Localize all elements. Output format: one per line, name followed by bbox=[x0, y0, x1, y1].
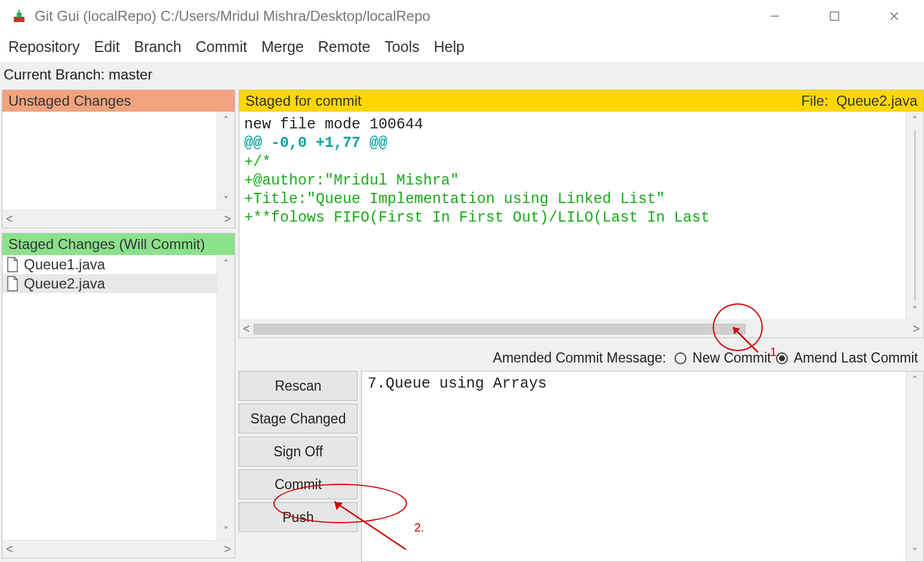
svg-rect-1 bbox=[17, 13, 21, 17]
staged-file-list[interactable]: Queue1.javaQueue2.java bbox=[2, 255, 217, 540]
scroll-down-icon[interactable]: ˅ bbox=[912, 302, 917, 320]
diff-line: +/* bbox=[244, 153, 903, 171]
commit-button[interactable]: Commit bbox=[239, 469, 358, 499]
unstaged-changes-panel: Unstaged Changes ˄ ˅ < > bbox=[2, 90, 235, 228]
scroll-left-icon[interactable]: < bbox=[6, 542, 13, 556]
scroll-up-icon[interactable]: ˄ bbox=[912, 371, 917, 389]
svg-rect-4 bbox=[830, 12, 839, 20]
diff-line: +@author:"Mridul Mishra" bbox=[244, 171, 903, 190]
scroll-down-icon[interactable]: ˅ bbox=[912, 543, 917, 561]
window-titlebar: Git Gui (localRepo) C:/Users/Mridul Mish… bbox=[0, 0, 924, 32]
new-commit-radio[interactable] bbox=[674, 352, 686, 364]
scroll-left-icon[interactable]: < bbox=[243, 322, 250, 336]
commit-button-column: Rescan Stage Changed Sign Off Commit Pus… bbox=[239, 371, 361, 562]
file-icon bbox=[6, 276, 19, 291]
menu-tools[interactable]: Tools bbox=[384, 38, 419, 56]
diff-line: new file mode 100644 bbox=[244, 115, 903, 134]
scroll-right-icon[interactable]: > bbox=[913, 322, 920, 336]
scroll-down-icon[interactable]: ˅ bbox=[223, 522, 229, 540]
git-gui-icon bbox=[12, 9, 26, 23]
diff-header-file: File: Queue2.java bbox=[801, 93, 917, 109]
commit-message-input[interactable]: 7.Queue using Arrays bbox=[362, 371, 905, 561]
menu-help[interactable]: Help bbox=[434, 38, 464, 56]
diff-line: @@ -0,0 +1,77 @@ bbox=[244, 134, 903, 152]
sign-off-button[interactable]: Sign Off bbox=[239, 437, 358, 466]
rescan-button[interactable]: Rescan bbox=[239, 371, 358, 401]
menu-repository[interactable]: Repository bbox=[8, 38, 80, 56]
svg-rect-2 bbox=[19, 10, 20, 13]
amend-last-commit-radio-label: Amend Last Commit bbox=[794, 350, 918, 366]
staged-header: Staged Changes (Will Commit) bbox=[2, 234, 235, 255]
diff-hscrollbar[interactable]: < > bbox=[239, 320, 923, 337]
scroll-thumb[interactable] bbox=[254, 324, 746, 334]
file-name: Queue1.java bbox=[24, 256, 105, 273]
push-button[interactable]: Push bbox=[239, 502, 358, 532]
window-title: Git Gui (localRepo) C:/Users/Mridul Mish… bbox=[35, 8, 430, 24]
commit-message-box: 7.Queue using Arrays ˄ ˅ bbox=[361, 371, 924, 562]
diff-header: Staged for commit File: Queue2.java bbox=[239, 90, 923, 112]
unstaged-hscrollbar[interactable]: < > bbox=[2, 210, 235, 228]
diff-panel: Staged for commit File: Queue2.java new … bbox=[239, 90, 924, 338]
menu-edit[interactable]: Edit bbox=[94, 38, 120, 56]
menu-branch[interactable]: Branch bbox=[134, 38, 181, 56]
scroll-right-icon[interactable]: > bbox=[224, 212, 231, 226]
annotation-label-1: 1. bbox=[770, 345, 780, 359]
staged-changes-panel: Staged Changes (Will Commit) Queue1.java… bbox=[2, 233, 235, 558]
scroll-up-icon[interactable]: ˄ bbox=[912, 112, 917, 130]
stage-changed-button[interactable]: Stage Changed bbox=[239, 404, 358, 434]
diff-line: +**folows FIFO(First In First Out)/LILO(… bbox=[244, 208, 903, 227]
unstaged-file-list[interactable] bbox=[2, 112, 217, 210]
commit-options-row: Amended Commit Message: New Commit Amend… bbox=[239, 348, 924, 371]
scroll-thumb[interactable] bbox=[914, 131, 916, 300]
close-window-button[interactable] bbox=[864, 0, 924, 32]
file-name: Queue2.java bbox=[24, 275, 105, 292]
scroll-down-icon[interactable]: ˅ bbox=[223, 192, 229, 210]
staged-hscrollbar[interactable]: < > bbox=[2, 540, 235, 558]
diff-view[interactable]: new file mode 100644@@ -0,0 +1,77 @@+/*+… bbox=[239, 112, 905, 320]
diff-header-title: Staged for commit bbox=[245, 93, 362, 109]
commit-options-label: Amended Commit Message: bbox=[493, 350, 666, 366]
staged-file-item[interactable]: Queue1.java bbox=[2, 255, 217, 274]
scroll-right-icon[interactable]: > bbox=[224, 542, 231, 556]
menu-merge[interactable]: Merge bbox=[261, 38, 304, 56]
unstaged-vscrollbar[interactable]: ˄ ˅ bbox=[217, 112, 235, 210]
annotation-label-2: 2. bbox=[414, 521, 424, 535]
scroll-up-icon[interactable]: ˄ bbox=[223, 255, 229, 273]
svg-rect-0 bbox=[14, 17, 24, 22]
staged-vscrollbar[interactable]: ˄ ˅ bbox=[217, 255, 235, 540]
commit-area: Amended Commit Message: New Commit Amend… bbox=[239, 338, 924, 562]
menu-bar: Repository Edit Branch Commit Merge Remo… bbox=[0, 32, 924, 62]
scroll-up-icon[interactable]: ˄ bbox=[223, 112, 229, 130]
file-icon bbox=[6, 257, 19, 272]
minimize-button[interactable] bbox=[745, 0, 805, 32]
unstaged-header: Unstaged Changes bbox=[2, 90, 235, 112]
menu-remote[interactable]: Remote bbox=[318, 38, 371, 56]
menu-commit[interactable]: Commit bbox=[196, 38, 247, 56]
maximize-button[interactable] bbox=[805, 0, 864, 32]
diff-line: +Title:"Queue Implementation using Linke… bbox=[244, 190, 903, 208]
new-commit-radio-label: New Commit bbox=[692, 350, 771, 366]
staged-file-item[interactable]: Queue2.java bbox=[2, 274, 217, 293]
commit-msg-vscrollbar[interactable]: ˄ ˅ bbox=[905, 371, 923, 561]
scroll-left-icon[interactable]: < bbox=[6, 212, 13, 226]
current-branch-label: Current Branch: master bbox=[0, 62, 924, 86]
window-controls bbox=[745, 0, 924, 32]
diff-vscrollbar[interactable]: ˄ ˅ bbox=[905, 112, 923, 320]
